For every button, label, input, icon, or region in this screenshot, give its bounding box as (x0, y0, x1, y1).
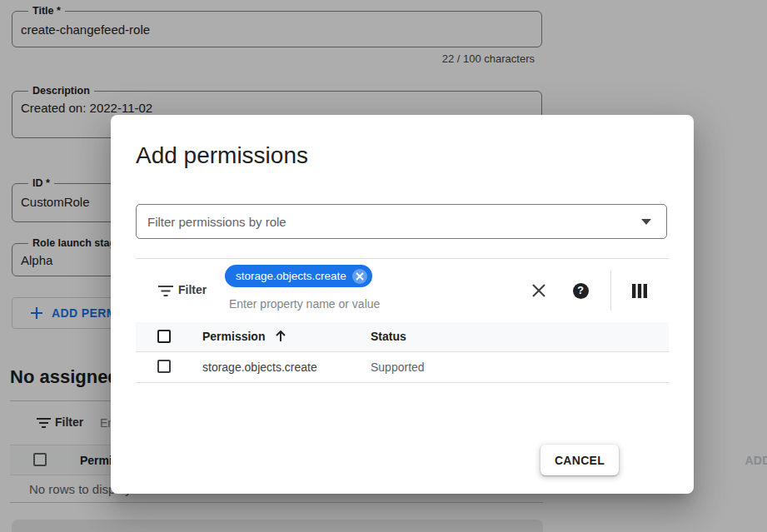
cancel-button[interactable]: CANCEL (540, 445, 619, 475)
permission-table-row[interactable]: storage.objects.create Supported (136, 352, 669, 383)
modal-filter-label: Filter (178, 283, 207, 296)
filter-chip[interactable]: storage.objects.create (225, 265, 372, 287)
divider (136, 258, 669, 259)
help-icon[interactable]: ? (569, 279, 592, 302)
divider (610, 271, 611, 311)
filter-icon (158, 285, 173, 301)
row-status: Supported (371, 360, 425, 374)
modal-filter-input[interactable]: Enter property name or value (229, 297, 380, 311)
row-checkbox[interactable] (157, 360, 171, 373)
filter-permissions-by-role-select[interactable]: Filter permissions by role (136, 204, 667, 239)
select-all-checkbox[interactable] (157, 330, 171, 343)
chevron-down-icon (641, 219, 651, 225)
screen: Title * create-changefeed-role 22 / 100 … (0, 0, 767, 532)
sort-ascending-icon (275, 330, 286, 345)
filter-chip-label: storage.objects.create (236, 270, 346, 282)
permissions-table-header: Permission Status (136, 322, 669, 352)
chip-remove-icon[interactable] (352, 269, 367, 284)
row-permission: storage.objects.create (202, 360, 317, 374)
dialog-title: Add permissions (136, 142, 308, 169)
add-button-disabled[interactable]: ADD (725, 445, 767, 475)
clear-filter-button[interactable] (527, 279, 550, 302)
add-permissions-dialog: Add permissions Filter permissions by ro… (111, 115, 694, 494)
column-display-options-icon[interactable] (628, 279, 651, 302)
role-select-value: Filter permissions by role (147, 215, 286, 229)
status-column-header[interactable]: Status (371, 330, 406, 343)
permission-column-header[interactable]: Permission (202, 330, 286, 345)
